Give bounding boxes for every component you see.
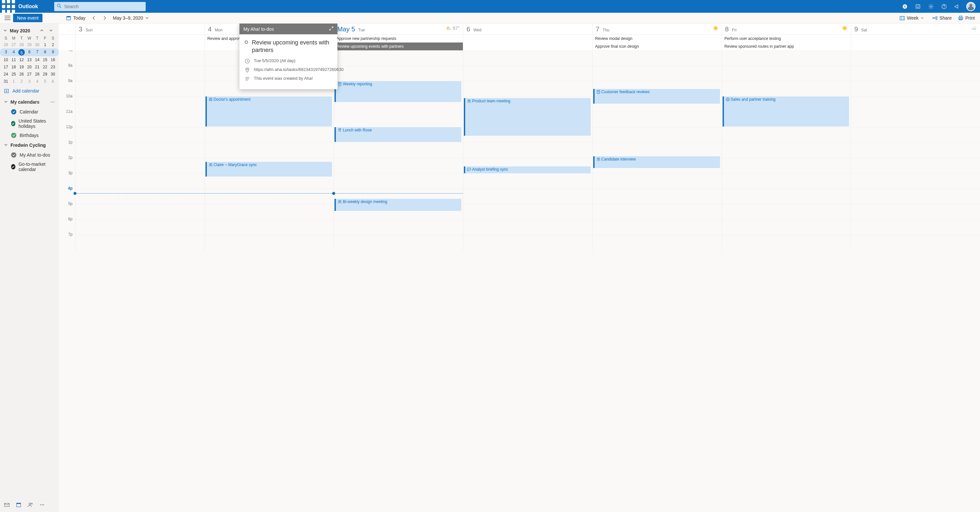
day-header[interactable]: 3 Sun [75, 24, 205, 34]
day-header[interactable]: 7 Thu☀️ [592, 24, 722, 34]
time-slot[interactable] [722, 81, 851, 96]
calendar-icon[interactable] [16, 502, 22, 509]
time-slot[interactable] [592, 173, 722, 189]
megaphone-icon[interactable] [951, 0, 964, 13]
time-slot[interactable] [463, 204, 592, 219]
date-cell[interactable]: 1 [10, 78, 18, 85]
time-slot[interactable] [851, 112, 980, 127]
allday-cell[interactable] [851, 35, 980, 50]
time-slot[interactable] [722, 219, 851, 235]
date-cell[interactable]: 5 [18, 49, 25, 56]
date-cell[interactable]: 30 [49, 71, 57, 77]
date-cell[interactable]: 25 [10, 71, 18, 77]
date-cell[interactable]: 13 [25, 57, 33, 63]
time-slot[interactable] [722, 142, 851, 158]
search-input[interactable] [64, 4, 143, 9]
date-cell[interactable]: 8 [41, 49, 49, 56]
chevron-down-icon[interactable] [3, 28, 7, 33]
time-slot[interactable] [722, 50, 851, 66]
time-slot[interactable] [75, 158, 205, 173]
date-cell[interactable]: 4 [33, 78, 41, 85]
time-slot[interactable] [75, 127, 205, 142]
time-slot[interactable] [592, 66, 722, 81]
calendar-item[interactable]: Calendar [0, 107, 59, 116]
calendar-event[interactable]: Doctor's appointment [205, 96, 332, 126]
time-slot[interactable] [592, 219, 722, 235]
time-slot[interactable] [75, 173, 205, 189]
time-slot[interactable] [851, 173, 980, 189]
time-slot[interactable] [205, 219, 334, 235]
month-next-button[interactable] [49, 28, 53, 33]
date-cell[interactable]: 17 [2, 64, 10, 70]
date-cell[interactable]: 3 [25, 78, 33, 85]
time-slot[interactable] [75, 142, 205, 158]
date-cell[interactable]: 18 [10, 64, 18, 70]
time-slot[interactable] [334, 50, 463, 66]
date-cell[interactable]: 26 [2, 42, 10, 48]
date-cell[interactable]: 1 [41, 42, 49, 48]
time-slot[interactable] [463, 189, 592, 204]
time-slot[interactable] [334, 66, 463, 81]
calendar-event[interactable]: Analyst briefing sync [464, 166, 590, 174]
allday-event[interactable]: Review upcoming events with partners [334, 43, 463, 50]
allday-event[interactable]: Review modal design [593, 35, 722, 43]
date-cell[interactable]: 27 [25, 71, 33, 77]
add-calendar-button[interactable]: Add calendar [0, 85, 59, 97]
date-cell[interactable]: 6 [49, 78, 57, 85]
time-slot[interactable] [205, 127, 334, 142]
time-slot[interactable] [592, 142, 722, 158]
time-slot[interactable] [592, 127, 722, 142]
time-slot[interactable] [334, 142, 463, 158]
date-cell[interactable]: 24 [2, 71, 10, 77]
settings-icon[interactable] [924, 0, 937, 13]
date-cell[interactable]: 31 [2, 78, 10, 85]
calendar-item[interactable]: My Aha! to-dos [0, 150, 59, 160]
time-slot[interactable] [75, 112, 205, 127]
calendar-event[interactable]: Product team meeting [464, 98, 590, 136]
date-cell[interactable]: 29 [41, 71, 49, 77]
date-cell[interactable]: 26 [18, 71, 25, 77]
date-cell[interactable]: 10 [2, 57, 10, 63]
time-slot[interactable] [75, 219, 205, 235]
date-cell[interactable]: 12 [18, 57, 25, 63]
time-slot[interactable] [851, 189, 980, 204]
time-slot[interactable] [75, 204, 205, 219]
calendar-event[interactable]: Candidate interview [593, 156, 720, 168]
time-slot[interactable] [722, 204, 851, 219]
date-cell[interactable]: 2 [49, 42, 57, 48]
allday-event[interactable]: Approve final icon design [593, 43, 722, 50]
allday-event[interactable] [851, 35, 980, 43]
time-slot[interactable] [722, 235, 851, 250]
date-cell[interactable]: 22 [41, 64, 49, 70]
skype-icon[interactable]: S [898, 0, 912, 13]
date-cell[interactable]: 7 [33, 49, 41, 56]
date-cell[interactable]: 16 [49, 57, 57, 63]
date-cell[interactable]: 29 [25, 42, 33, 48]
date-cell[interactable]: 23 [49, 64, 57, 70]
time-slot[interactable] [463, 219, 592, 235]
time-slot[interactable] [75, 235, 205, 250]
date-cell[interactable]: 15 [41, 57, 49, 63]
time-slot[interactable] [205, 189, 334, 204]
mail-icon[interactable] [4, 502, 10, 509]
day-header[interactable]: May 5 Tue⛅ 67° [334, 24, 463, 34]
popover-location[interactable]: https://afm.aha.io/tasks/682343197492726… [254, 67, 344, 72]
allday-event[interactable] [851, 43, 980, 50]
time-slot[interactable] [75, 50, 205, 66]
time-slot[interactable] [722, 127, 851, 142]
expand-icon[interactable] [329, 26, 334, 32]
time-slot[interactable] [851, 158, 980, 173]
time-slot[interactable] [75, 189, 205, 204]
calendar-group-header[interactable]: Fredwin Cycling [0, 140, 59, 150]
date-cell[interactable]: 20 [25, 64, 33, 70]
time-slot[interactable] [592, 189, 722, 204]
time-slot[interactable] [334, 219, 463, 235]
time-slot[interactable] [592, 235, 722, 250]
allday-cell[interactable]: Approve new partnership requestsReview u… [334, 35, 463, 50]
time-slot[interactable] [851, 66, 980, 81]
calendar-item[interactable]: Go-to-market calendar [0, 160, 59, 174]
date-range-picker[interactable]: May 3–9, 2020 [110, 15, 153, 21]
calendar-event[interactable]: Lunch with Rose [334, 127, 461, 142]
calendar-event[interactable]: Customer feedback reviews [593, 89, 720, 104]
date-cell[interactable]: 4 [10, 49, 18, 56]
